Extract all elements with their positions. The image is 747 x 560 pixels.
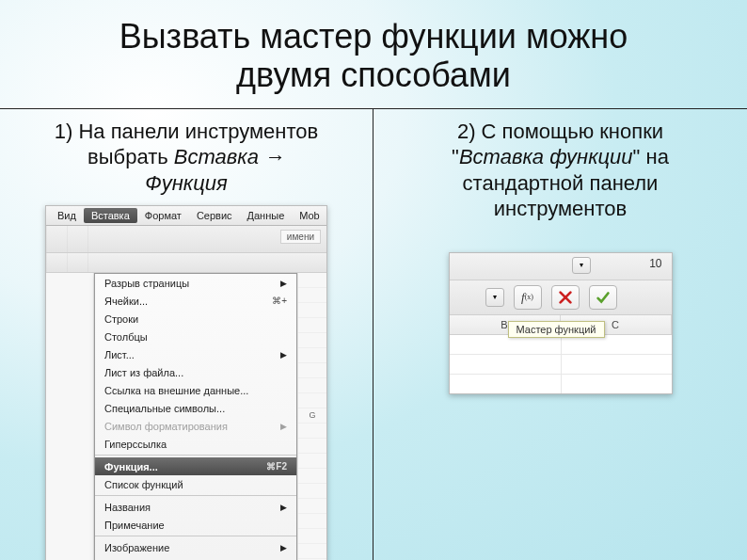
title-line2: двумя способами [236, 56, 511, 94]
mi-page-break[interactable]: Разрыв страницы▶ [95, 274, 296, 292]
submenu-arrow-icon: ▶ [280, 422, 287, 431]
name-box-hint: имени [280, 230, 321, 244]
submenu-arrow-icon: ▶ [280, 279, 287, 288]
dropdown-area: Разрыв страницы▶ Ячейки...⌘+ Строки Стол… [46, 273, 326, 560]
two-columns: 1) На панели инструментов выбрать Вставк… [0, 108, 747, 560]
mi-hyperlink[interactable]: Гиперссылка [95, 435, 296, 453]
col1-description: 1) На панели инструментов выбрать Вставк… [17, 119, 356, 197]
screenshot-menu: Вид Вставка Формат Сервис Данные Mob име… [45, 205, 327, 560]
submenu-arrow-icon: ▶ [280, 350, 287, 360]
toolbar-row-2 [46, 253, 326, 273]
col2-desc-line3: стандартной панели [463, 171, 659, 195]
column-2: 2) С помощью кнопки "Вставка функции" на… [374, 109, 747, 560]
menu-separator [95, 495, 296, 496]
menu-data[interactable]: Данные [240, 208, 293, 223]
mi-external-link[interactable]: Ссылка на внешние данные... [95, 381, 296, 399]
app-menubar: Вид Вставка Формат Сервис Данные Mob [46, 206, 326, 226]
dropdown-arrow-icon[interactable]: ▾ [572, 257, 591, 274]
insert-dropdown: Разрыв страницы▶ Ячейки...⌘+ Строки Стол… [94, 273, 297, 560]
x-icon [557, 289, 574, 306]
formula-toolbar: ▾ f(x) [450, 280, 672, 315]
menu-tools[interactable]: Сервис [189, 208, 240, 223]
col1-desc-line2a: выбрать [87, 145, 174, 168]
mi-special-chars[interactable]: Специальные символы... [95, 399, 296, 417]
slide-title: Вызвать мастер функции можно двумя спосо… [0, 0, 747, 103]
col2-desc-italic: Вставка функции [459, 145, 633, 168]
function-wizard-button[interactable]: f(x) [514, 285, 542, 310]
mi-function-list[interactable]: Список функций [95, 475, 296, 493]
check-icon [595, 289, 612, 306]
mi-media[interactable]: Видео и звук [95, 556, 296, 560]
mi-sheet-from-file[interactable]: Лист из файла... [95, 363, 296, 381]
col2-description: 2) С помощью кнопки "Вставка функции" на… [390, 119, 730, 222]
submenu-arrow-icon: ▶ [280, 543, 287, 552]
menu-format[interactable]: Формат [137, 208, 189, 223]
menu-mob[interactable]: Mob [292, 208, 326, 223]
fx-tooltip: Мастер функций [508, 321, 605, 338]
menu-separator [95, 536, 296, 536]
column-1: 1) На панели инструментов выбрать Вставк… [0, 109, 374, 560]
fx-top-toolbar: ▾ 10 [450, 253, 672, 280]
submenu-arrow-icon: ▶ [280, 503, 287, 512]
title-line1: Вызвать мастер функции можно [119, 17, 628, 56]
screenshot-fx-button: ▾ 10 ▾ f(x) B C Мастер функций [449, 252, 673, 394]
mi-columns[interactable]: Столбцы [95, 328, 296, 345]
col1-desc-italic: Вставка → [174, 145, 285, 168]
mi-formatting-mark: Символ форматирования▶ [95, 417, 296, 435]
mi-cells[interactable]: Ячейки...⌘+ [95, 292, 296, 310]
mi-image[interactable]: Изображение▶ [95, 538, 296, 556]
cancel-button[interactable] [551, 285, 580, 310]
shortcut-text: ⌘+ [272, 296, 287, 306]
toolbar-row-1: имени [46, 226, 326, 253]
shortcut-text: ⌘F2 [266, 461, 287, 472]
mi-sheet[interactable]: Лист...▶ [95, 345, 296, 363]
mi-comment[interactable]: Примечание [95, 516, 296, 534]
menu-separator [95, 455, 296, 456]
spreadsheet-cells[interactable] [450, 335, 672, 393]
mi-function[interactable]: Функция...⌘F2 [95, 457, 296, 475]
name-box-dropdown-icon[interactable]: ▾ [485, 288, 504, 307]
accept-button[interactable] [589, 285, 617, 310]
sheet-gutter-left [46, 273, 94, 560]
col2-desc-line4: инструментов [494, 197, 628, 220]
mi-names[interactable]: Названия▶ [95, 498, 296, 516]
col1-desc-line3: Функция [145, 171, 228, 195]
font-size-value: 10 [649, 257, 661, 270]
col2-desc-line1: 2) С помощью кнопки [457, 120, 663, 143]
menu-view[interactable]: Вид [50, 208, 84, 223]
col1-desc-line1: 1) На панели инструментов [55, 120, 318, 143]
sheet-gutter-right: G [297, 273, 326, 560]
col-header-g: G [298, 408, 326, 424]
mi-rows[interactable]: Строки [95, 310, 296, 328]
menu-insert[interactable]: Вставка [84, 208, 137, 223]
